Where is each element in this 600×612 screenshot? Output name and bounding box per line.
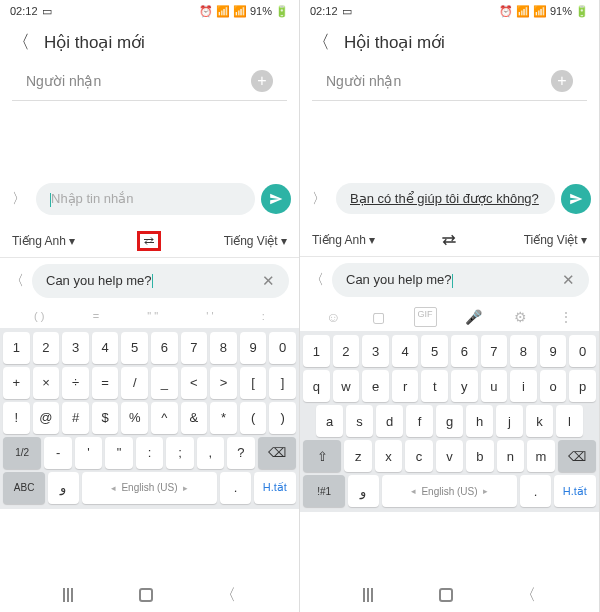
send-button[interactable] (261, 184, 291, 214)
target-lang[interactable]: Tiếng Việt ▾ (524, 233, 587, 247)
nav-back[interactable]: 〈 (520, 585, 536, 606)
key-6[interactable]: 6 (451, 335, 478, 367)
message-input[interactable]: Nhập tin nhắn (36, 183, 255, 215)
key-7[interactable]: 7 (181, 332, 208, 364)
more-icon[interactable]: ⋮ (555, 307, 577, 327)
back-icon[interactable]: 〈 (312, 30, 330, 54)
tool-sq[interactable]: ' ' (202, 308, 217, 324)
key-dollar[interactable]: $ (92, 402, 119, 434)
nav-recent[interactable] (363, 588, 373, 602)
key-n[interactable]: n (497, 440, 524, 472)
key-k[interactable]: k (526, 405, 553, 437)
key-page[interactable]: 1/2 (3, 437, 41, 469)
settings-icon[interactable]: ⚙ (510, 307, 531, 327)
key-1[interactable]: 1 (303, 335, 330, 367)
key-o[interactable]: o (540, 370, 567, 402)
key-w[interactable]: w (333, 370, 360, 402)
sticker-icon[interactable]: ▢ (368, 307, 389, 327)
key-amp[interactable]: & (181, 402, 208, 434)
send-button[interactable] (561, 184, 591, 214)
shift-key[interactable]: ⇧ (303, 440, 341, 472)
key-f[interactable]: f (406, 405, 433, 437)
space-key[interactable]: ◂ English (US) ▸ (82, 472, 218, 504)
key-slash[interactable]: / (121, 367, 148, 399)
voice-icon[interactable]: 🎤 (461, 307, 486, 327)
target-lang[interactable]: Tiếng Việt ▾ (224, 234, 287, 248)
done-key[interactable]: H.tất (554, 475, 596, 507)
key-m[interactable]: m (527, 440, 554, 472)
tool-dq[interactable]: " " (143, 308, 162, 324)
swap-lang-icon[interactable] (437, 230, 461, 250)
key-pct[interactable]: % (121, 402, 148, 434)
key-mult[interactable]: × (33, 367, 60, 399)
space-key[interactable]: ◂ English (US) ▸ (382, 475, 518, 507)
nav-home[interactable] (139, 588, 153, 602)
key-comma2[interactable]: و (48, 472, 78, 504)
key-lp[interactable]: ( (240, 402, 267, 434)
key-div[interactable]: ÷ (62, 367, 89, 399)
key-c[interactable]: c (405, 440, 432, 472)
key-dash[interactable]: - (44, 437, 71, 469)
key-9[interactable]: 9 (240, 332, 267, 364)
recipient-field[interactable]: Người nhận + (12, 64, 287, 101)
key-rp[interactable]: ) (269, 402, 296, 434)
expand-icon[interactable]: 〉 (308, 190, 330, 208)
key-y[interactable]: y (451, 370, 478, 402)
key-2[interactable]: 2 (33, 332, 60, 364)
key-u[interactable]: u (481, 370, 508, 402)
nav-home[interactable] (439, 588, 453, 602)
translate-input[interactable]: Can you help me? ✕ (32, 264, 289, 298)
key-gt[interactable]: > (210, 367, 237, 399)
key-9[interactable]: 9 (540, 335, 567, 367)
key-g[interactable]: g (436, 405, 463, 437)
back-icon[interactable]: 〈 (12, 30, 30, 54)
key-p[interactable]: p (569, 370, 596, 402)
key-3[interactable]: 3 (362, 335, 389, 367)
key-j[interactable]: j (496, 405, 523, 437)
key-4[interactable]: 4 (92, 332, 119, 364)
abc-key[interactable]: ABC (3, 472, 45, 504)
message-input[interactable]: Bạn có thể giúp tôi được không? (336, 183, 555, 214)
key-comma2[interactable]: و (348, 475, 378, 507)
key-i[interactable]: i (510, 370, 537, 402)
key-excl[interactable]: ! (3, 402, 30, 434)
source-lang[interactable]: Tiếng Anh ▾ (312, 233, 375, 247)
tool-eq[interactable]: = (89, 308, 103, 324)
add-recipient-button[interactable]: + (551, 70, 573, 92)
key-q[interactable]: q (303, 370, 330, 402)
expand-icon[interactable]: 〉 (8, 190, 30, 208)
key-t[interactable]: t (421, 370, 448, 402)
key-quest[interactable]: ? (227, 437, 254, 469)
backspace-key[interactable]: ⌫ (258, 437, 296, 469)
nav-back[interactable]: 〈 (220, 585, 236, 606)
key-7[interactable]: 7 (481, 335, 508, 367)
key-at[interactable]: @ (33, 402, 60, 434)
key-3[interactable]: 3 (62, 332, 89, 364)
key-caret[interactable]: ^ (151, 402, 178, 434)
key-rb[interactable]: ] (269, 367, 296, 399)
key-semi[interactable]: ; (166, 437, 193, 469)
tool-colon[interactable]: : (258, 308, 269, 324)
key-8[interactable]: 8 (210, 332, 237, 364)
key-under[interactable]: _ (151, 367, 178, 399)
key-0[interactable]: 0 (269, 332, 296, 364)
add-recipient-button[interactable]: + (251, 70, 273, 92)
key-v[interactable]: v (436, 440, 463, 472)
key-5[interactable]: 5 (421, 335, 448, 367)
source-lang[interactable]: Tiếng Anh ▾ (12, 234, 75, 248)
key-z[interactable]: z (344, 440, 371, 472)
key-b[interactable]: b (466, 440, 493, 472)
key-1[interactable]: 1 (3, 332, 30, 364)
key-eq[interactable]: = (92, 367, 119, 399)
key-apos[interactable]: ' (75, 437, 102, 469)
key-d[interactable]: d (376, 405, 403, 437)
key-lt[interactable]: < (181, 367, 208, 399)
key-r[interactable]: r (392, 370, 419, 402)
key-dot[interactable]: . (520, 475, 550, 507)
key-x[interactable]: x (375, 440, 402, 472)
clear-icon[interactable]: ✕ (562, 271, 575, 289)
key-dot[interactable]: . (220, 472, 250, 504)
key-a[interactable]: a (316, 405, 343, 437)
tool-paren[interactable]: ( ) (30, 308, 48, 324)
key-e[interactable]: e (362, 370, 389, 402)
